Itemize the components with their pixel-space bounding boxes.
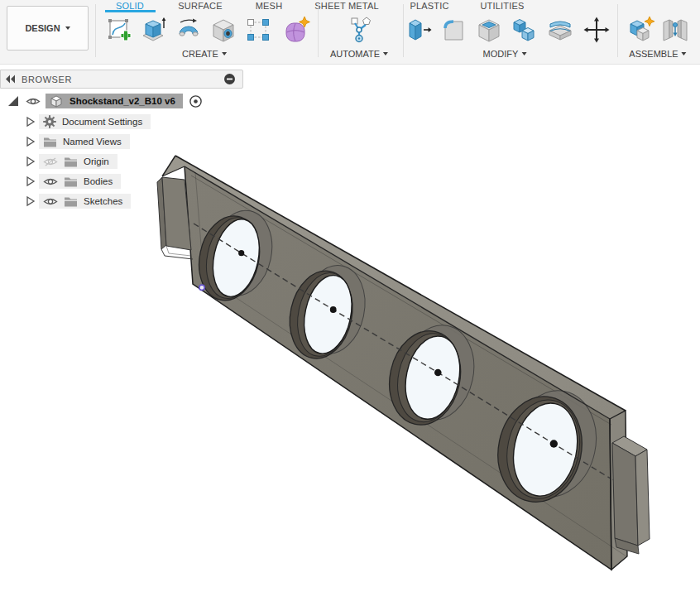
automate-icon[interactable] bbox=[345, 16, 373, 44]
assemble-group-label[interactable]: ASSEMBLE bbox=[629, 49, 686, 59]
tree-item-label[interactable]: Origin bbox=[84, 156, 109, 166]
press-pull-icon[interactable] bbox=[405, 16, 433, 44]
move-copy-icon[interactable] bbox=[583, 16, 611, 44]
toolbar-separator bbox=[617, 4, 618, 57]
tree-item-label[interactable]: Named Views bbox=[63, 137, 122, 147]
viewport-3d-model[interactable] bbox=[0, 0, 700, 611]
tree-item-label[interactable]: Document Settings bbox=[62, 117, 142, 127]
folder-icon bbox=[43, 137, 57, 147]
visibility-eye-icon[interactable] bbox=[43, 196, 58, 207]
tree-item-label[interactable]: Bodies bbox=[84, 176, 113, 186]
collapsed-arrow-icon[interactable] bbox=[26, 176, 36, 187]
right-tab bbox=[612, 436, 650, 554]
shell-icon[interactable] bbox=[475, 16, 503, 44]
split-body-icon[interactable] bbox=[546, 16, 574, 44]
toolbar: SOLID SURFACE MESH SHEET METAL PLASTIC U… bbox=[0, 0, 700, 65]
collapsed-arrow-icon[interactable] bbox=[26, 136, 36, 147]
tree-row-bodies[interactable]: Bodies bbox=[0, 174, 121, 189]
activate-component-radio[interactable] bbox=[189, 94, 203, 108]
revolve-icon[interactable] bbox=[175, 16, 203, 44]
rectangular-pattern-icon[interactable] bbox=[244, 16, 272, 44]
plate-body[interactable] bbox=[157, 156, 650, 570]
create-sketch-icon[interactable] bbox=[105, 16, 133, 44]
tree-row-sketches[interactable]: Sketches bbox=[0, 194, 131, 209]
chevron-down-icon bbox=[65, 26, 70, 30]
tree-row-document-settings[interactable]: Document Settings bbox=[0, 114, 151, 129]
fillet-icon[interactable] bbox=[439, 16, 467, 44]
component-cube-icon bbox=[49, 94, 64, 108]
folder-icon bbox=[64, 156, 78, 167]
collapsed-arrow-icon[interactable] bbox=[26, 156, 36, 167]
folder-icon bbox=[64, 176, 78, 187]
automate-group-label[interactable]: AUTOMATE bbox=[330, 49, 388, 59]
tree-row-root[interactable]: Shockstand_v2_B10 v6 bbox=[0, 94, 203, 108]
joint-icon[interactable] bbox=[661, 16, 689, 44]
gear-icon bbox=[43, 115, 56, 128]
tab-plastic[interactable]: PLASTIC bbox=[410, 1, 448, 11]
hole-icon[interactable] bbox=[209, 16, 237, 44]
tab-mesh[interactable]: MESH bbox=[256, 1, 283, 11]
modify-group-label[interactable]: MODIFY bbox=[483, 49, 527, 59]
browser-panel-title: BROWSER bbox=[22, 75, 72, 84]
tab-sheet-metal[interactable]: SHEET METAL bbox=[314, 1, 379, 11]
toolbar-separator bbox=[95, 4, 96, 57]
visibility-hidden-eye-icon[interactable] bbox=[43, 156, 58, 167]
extrude-icon[interactable] bbox=[140, 16, 168, 44]
tree-row-origin[interactable]: Origin bbox=[0, 154, 117, 169]
browser-panel-header[interactable]: BROWSER bbox=[0, 70, 243, 89]
active-tab-underline bbox=[105, 10, 156, 12]
collapsed-arrow-icon[interactable] bbox=[26, 116, 36, 127]
new-component-icon[interactable] bbox=[626, 16, 654, 44]
tab-utilities[interactable]: UTILITIES bbox=[480, 1, 524, 11]
collapsed-arrow-icon[interactable] bbox=[26, 195, 36, 207]
create-form-icon[interactable] bbox=[282, 16, 310, 44]
collapse-panel-icon[interactable] bbox=[4, 75, 17, 84]
toolbar-separator bbox=[318, 4, 319, 57]
design-menu-button[interactable]: DESIGN bbox=[7, 6, 89, 51]
expanded-arrow-icon[interactable] bbox=[8, 95, 20, 107]
create-group-label[interactable]: CREATE bbox=[182, 49, 227, 59]
combine-icon[interactable] bbox=[511, 16, 539, 44]
folder-icon bbox=[64, 196, 78, 207]
tree-row-named-views[interactable]: Named Views bbox=[0, 134, 130, 149]
root-component-name[interactable]: Shockstand_v2_B10 v6 bbox=[70, 96, 175, 106]
tree-item-label[interactable]: Sketches bbox=[84, 196, 122, 206]
origin-point bbox=[199, 285, 204, 290]
tab-surface[interactable]: SURFACE bbox=[178, 1, 222, 11]
visibility-eye-icon[interactable] bbox=[26, 96, 41, 107]
toolbar-separator bbox=[403, 4, 404, 57]
minimize-panel-icon[interactable] bbox=[223, 73, 236, 85]
visibility-eye-icon[interactable] bbox=[43, 176, 58, 187]
